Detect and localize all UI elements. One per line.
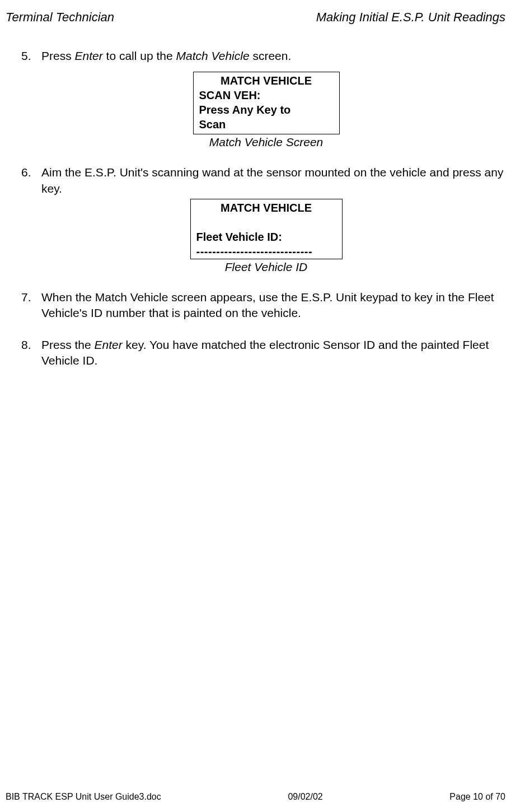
screen-caption: Match Vehicle Screen — [209, 136, 324, 149]
step-number: 8. — [21, 337, 41, 369]
footer-mid: 09/02/02 — [288, 792, 322, 802]
step-5: 5. Press Enter to call up the Match Vehi… — [21, 48, 511, 64]
screen-line: Scan — [199, 117, 334, 132]
step-text: When the Match Vehicle screen appears, u… — [41, 290, 511, 321]
footer-left: BIB TRACK ESP Unit User Guide3.doc — [6, 792, 161, 802]
screen-2-wrap: MATCH VEHICLE Fleet Vehicle ID: --------… — [21, 199, 511, 274]
step-6: 6. Aim the E.S.P. Unit's scanning wand a… — [21, 165, 511, 197]
screen-line: SCAN VEH: — [199, 88, 334, 102]
screen-title: MATCH VEHICLE — [199, 73, 334, 88]
step-text: Aim the E.S.P. Unit's scanning wand at t… — [41, 165, 511, 197]
text-run: Press — [41, 49, 75, 62]
text-italic: Match Vehicle — [176, 49, 249, 62]
text-italic: Enter — [95, 338, 123, 351]
footer-right: Page 10 of 70 — [449, 792, 505, 802]
step-number: 5. — [21, 48, 41, 64]
content: 5. Press Enter to call up the Match Vehi… — [6, 48, 511, 368]
fleet-vehicle-id-screen-box: MATCH VEHICLE Fleet Vehicle ID: --------… — [190, 199, 343, 259]
text-italic: Enter — [75, 49, 103, 62]
step-text: Press the Enter key. You have matched th… — [41, 337, 511, 369]
text-run: Press the — [41, 338, 95, 351]
screen-dashes: ----------------------------- — [196, 244, 336, 259]
text-run: to call up the — [103, 49, 176, 62]
page-footer: BIB TRACK ESP Unit User Guide3.doc 09/02… — [6, 792, 505, 802]
screen-caption: Fleet Vehicle ID — [225, 260, 307, 274]
screen-line: Fleet Vehicle ID: — [196, 230, 336, 244]
step-8: 8. Press the Enter key. You have matched… — [21, 337, 511, 369]
text-run: screen. — [250, 49, 292, 62]
screen-blank-line — [196, 215, 336, 230]
page-header: Terminal Technician Making Initial E.S.P… — [6, 10, 511, 25]
step-number: 6. — [21, 165, 41, 197]
spacer — [21, 326, 511, 337]
step-text: Press Enter to call up the Match Vehicle… — [41, 48, 511, 64]
match-vehicle-screen-box: MATCH VEHICLE SCAN VEH: Press Any Key to… — [193, 72, 340, 134]
header-left: Terminal Technician — [6, 10, 114, 25]
step-7: 7. When the Match Vehicle screen appears… — [21, 290, 511, 321]
step-number: 7. — [21, 290, 41, 321]
header-right: Making Initial E.S.P. Unit Readings — [316, 10, 505, 25]
screen-1-wrap: MATCH VEHICLE SCAN VEH: Press Any Key to… — [21, 72, 511, 149]
screen-title: MATCH VEHICLE — [196, 200, 336, 215]
screen-line: Press Any Key to — [199, 102, 334, 117]
